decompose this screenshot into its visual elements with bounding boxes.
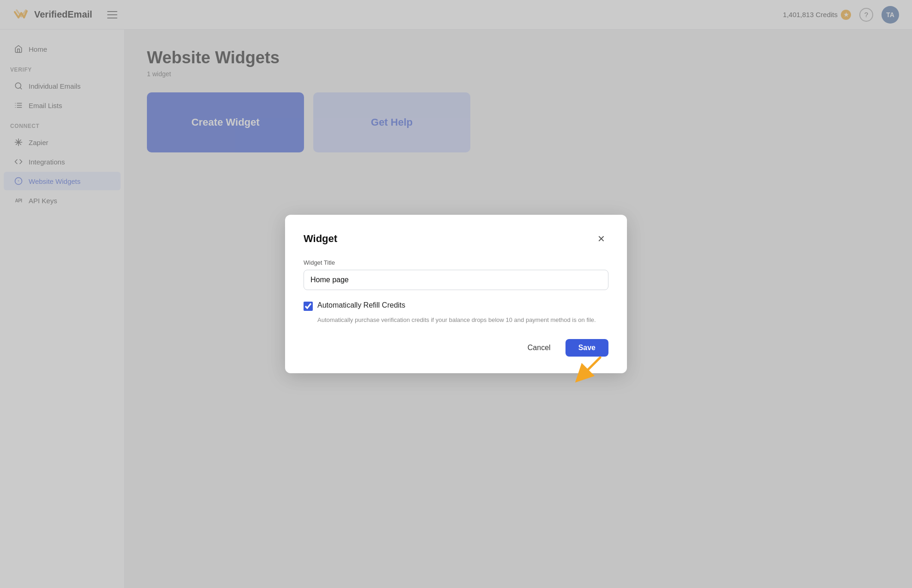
checkbox-group: Automatically Refill Credits Automatical… (304, 301, 608, 325)
svg-line-14 (582, 358, 600, 376)
checkbox-description: Automatically purchase verification cred… (304, 315, 608, 325)
widget-title-input[interactable] (304, 270, 608, 290)
checkbox-label: Automatically Refill Credits (317, 301, 405, 309)
arrow-indicator (572, 353, 605, 385)
cancel-button[interactable]: Cancel (519, 339, 559, 357)
modal-close-button[interactable]: ✕ (594, 231, 608, 246)
widget-title-label: Widget Title (304, 259, 608, 266)
modal-title: Widget (304, 233, 337, 245)
modal-header: Widget ✕ (304, 231, 608, 246)
modal-overlay: Widget ✕ Widget Title Automatically Refi… (0, 0, 912, 588)
checkbox-row: Automatically Refill Credits (304, 301, 608, 311)
auto-refill-checkbox[interactable] (304, 302, 313, 311)
widget-modal: Widget ✕ Widget Title Automatically Refi… (285, 215, 627, 374)
widget-title-group: Widget Title (304, 259, 608, 290)
modal-footer: Cancel Save (304, 339, 608, 357)
